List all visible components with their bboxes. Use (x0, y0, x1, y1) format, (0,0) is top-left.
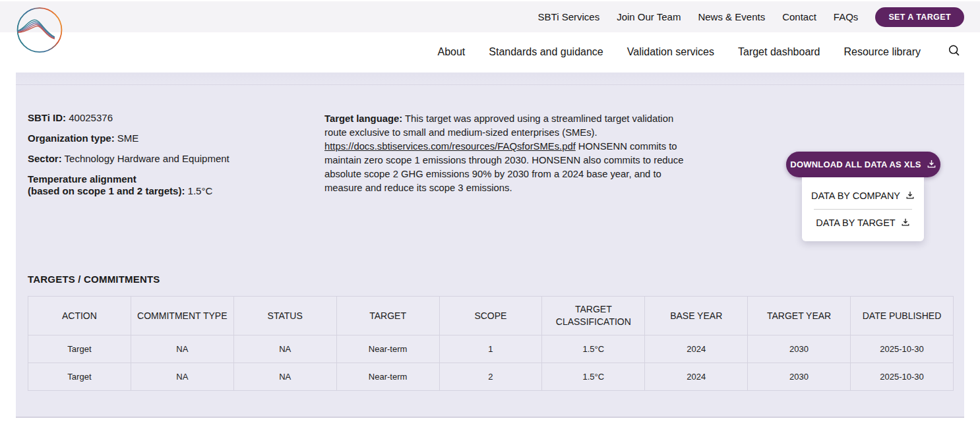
cell-target-classification: 1.5°C (542, 335, 645, 363)
cell-base-year: 2024 (645, 363, 748, 391)
organization-type-label: Organization type: (28, 132, 115, 144)
table-header-row: ACTION COMMITMENT TYPE STATUS TARGET SCO… (28, 297, 954, 335)
cell-action: Target (28, 363, 131, 391)
utility-link-faqs[interactable]: FAQs (834, 11, 859, 22)
nav-target-dashboard[interactable]: Target dashboard (738, 46, 820, 58)
targets-commitments-table: ACTION COMMITMENT TYPE STATUS TARGET SCO… (28, 296, 954, 391)
utility-nav: SBTi Services Join Our Team News & Event… (0, 0, 980, 32)
set-a-target-button[interactable]: SET A TARGET (875, 7, 964, 27)
download-data-by-company-item[interactable]: DATA BY COMPANY (802, 183, 924, 209)
utility-link-contact[interactable]: Contact (782, 11, 816, 22)
target-language-paragraph: Target language: This target was approve… (324, 112, 684, 195)
download-data-by-target-item[interactable]: DATA BY TARGET (802, 210, 924, 236)
nav-resource-library[interactable]: Resource library (844, 46, 921, 58)
temperature-alignment-value: 1.5°C (188, 185, 213, 196)
cell-target: Near-term (336, 335, 439, 363)
sector-value: Technology Hardware and Equipment (65, 153, 230, 164)
cell-action: Target (28, 335, 131, 363)
search-button[interactable] (947, 44, 962, 60)
cell-date-published: 2025-10-30 (851, 335, 954, 363)
table-row: Target NA NA Near-term 2 1.5°C 2024 2030… (28, 363, 954, 391)
download-icon (901, 218, 910, 229)
nav-standards-and-guidance[interactable]: Standards and guidance (489, 46, 603, 58)
cell-status: NA (233, 335, 336, 363)
column-header-status: STATUS (233, 297, 336, 335)
sbti-id-value: 40025376 (69, 112, 113, 123)
site-header: SBTi Services Join Our Team News & Event… (0, 0, 980, 73)
cell-scope: 1 (439, 335, 542, 363)
target-language-label: Target language: (324, 113, 402, 124)
download-controls: DOWNLOAD ALL DATA AS XLS DATA BY COMPANY (786, 152, 940, 177)
utility-link-sbti-services[interactable]: SBTi Services (538, 11, 600, 22)
column-header-scope: SCOPE (439, 297, 542, 335)
sbti-id-line: SBTi ID: 40025376 (28, 112, 291, 124)
temperature-alignment-label-line2: (based on scope 1 and 2 targets): (28, 185, 185, 196)
cell-target-year: 2030 (748, 335, 851, 363)
utility-link-join-our-team[interactable]: Join Our Team (617, 11, 681, 22)
company-attributes: SBTi ID: 40025376 Organization type: SME… (28, 112, 291, 206)
sector-label: Sector: (28, 153, 62, 164)
data-by-target-label: DATA BY TARGET (816, 218, 895, 228)
download-icon (905, 190, 915, 202)
data-by-company-label: DATA BY COMPANY (811, 190, 900, 201)
cell-date-published: 2025-10-30 (851, 363, 954, 391)
main-nav: About Standards and guidance Validation … (0, 32, 980, 71)
cell-target-classification: 1.5°C (542, 363, 645, 391)
cell-base-year: 2024 (645, 335, 748, 363)
download-icon (927, 159, 936, 171)
organization-type-value: SME (117, 132, 139, 144)
cell-target: Near-term (336, 363, 439, 391)
utility-link-news-events[interactable]: News & Events (698, 11, 765, 22)
faqs-for-smes-link[interactable]: https://docs.sbtiservices.com/resources/… (324, 141, 576, 152)
download-menu: DATA BY COMPANY DATA BY TARGET (802, 177, 924, 241)
column-header-date-published: DATE PUBLISHED (851, 297, 954, 335)
column-header-target-year: TARGET YEAR (748, 297, 851, 335)
download-all-data-label: DOWNLOAD ALL DATA AS XLS (790, 160, 921, 169)
cell-target-year: 2030 (748, 363, 851, 391)
panel-divider (16, 84, 964, 85)
column-header-base-year: BASE YEAR (645, 297, 748, 335)
nav-about[interactable]: About (437, 46, 465, 58)
sbti-logo[interactable] (15, 5, 65, 57)
column-header-target-classification: TARGET CLASSIFICATION (542, 297, 645, 335)
company-detail-panel: SBTi ID: 40025376 Organization type: SME… (16, 73, 964, 418)
cell-commitment-type: NA (131, 363, 233, 391)
cell-scope: 2 (439, 363, 542, 391)
sbti-id-label: SBTi ID: (28, 112, 66, 123)
table-row: Target NA NA Near-term 1 1.5°C 2024 2030… (28, 335, 954, 363)
temperature-alignment-label-line1: Temperature alignment (28, 173, 137, 185)
search-icon (947, 44, 962, 60)
download-all-data-button[interactable]: DOWNLOAD ALL DATA AS XLS (786, 152, 940, 177)
organization-type-line: Organization type: SME (28, 132, 291, 144)
column-header-target: TARGET (336, 297, 439, 335)
column-header-commitment-type: COMMITMENT TYPE (131, 297, 233, 335)
nav-validation-services[interactable]: Validation services (627, 46, 714, 58)
sector-line: Sector: Technology Hardware and Equipmen… (28, 153, 291, 165)
temperature-alignment-line: Temperature alignment (based on scope 1 … (28, 173, 291, 197)
targets-commitments-heading: TARGETS / COMMITMENTS (28, 274, 160, 285)
cell-status: NA (233, 363, 336, 391)
cell-commitment-type: NA (131, 335, 233, 363)
column-header-action: ACTION (28, 297, 131, 335)
